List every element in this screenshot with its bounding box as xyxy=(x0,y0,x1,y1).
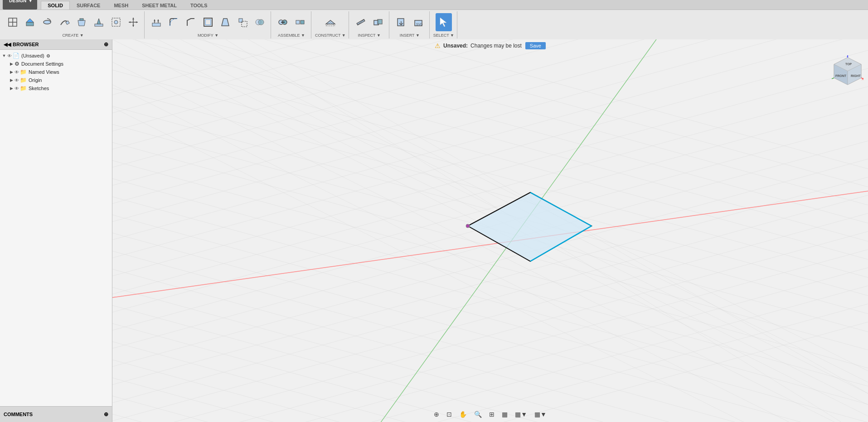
tree-arrow-sketches[interactable]: ▶ xyxy=(8,86,15,91)
view-cube[interactable]: TOP FRONT RIGHT Z X xyxy=(832,55,863,87)
tab-tools[interactable]: TOOLS xyxy=(184,1,214,10)
orbit-btn[interactable]: ⊕ xyxy=(432,410,441,419)
display-mode-btn[interactable]: ▦ xyxy=(500,410,509,419)
inspect-label[interactable]: INSPECT ▼ xyxy=(358,33,381,38)
tree-item-origin[interactable]: ▶ 👁 📁 Origin xyxy=(0,76,112,84)
assemble-label[interactable]: ASSEMBLE ▼ xyxy=(278,33,305,38)
insert-label[interactable]: INSERT ▼ xyxy=(400,33,420,38)
browser-tree: ▼ 👁 📄 (Unsaved) ⚙ ▶ ⚙ Document Settings … xyxy=(0,50,112,406)
rib-btn[interactable] xyxy=(91,13,107,31)
viewport[interactable]: ⚠ Unsaved: Changes may be lost Save xyxy=(112,39,868,422)
svg-line-98 xyxy=(112,293,868,422)
browser-collapse-icon[interactable]: ◀◀ xyxy=(4,42,11,48)
scale-btn[interactable] xyxy=(234,13,251,31)
zoom-btn[interactable]: 🔍 xyxy=(472,410,484,419)
revolve-btn[interactable] xyxy=(39,13,55,31)
insert-svg-btn[interactable]: SVG xyxy=(410,13,427,31)
svg-marker-15 xyxy=(129,21,131,23)
tab-mesh[interactable]: MESH xyxy=(107,1,135,10)
pan-btn[interactable]: ✋ xyxy=(457,410,469,419)
svg-line-55 xyxy=(112,76,868,325)
svg-line-35 xyxy=(357,19,364,25)
more-btn[interactable]: ▦▼ xyxy=(533,410,548,419)
browser-expand-icon[interactable]: ⊕ xyxy=(104,41,108,48)
svg-text:X: X xyxy=(862,77,863,81)
svg-text:TOP: TOP xyxy=(845,62,852,66)
combine-btn[interactable] xyxy=(252,13,268,31)
status-bar: ⚠ Unsaved: Changes may be lost Save xyxy=(112,39,868,52)
modify-label[interactable]: MODIFY ▼ xyxy=(198,33,218,38)
tree-arrow-named-views[interactable]: ▶ xyxy=(8,70,15,74)
extrude-btn[interactable] xyxy=(22,13,38,31)
tree-item-document-settings[interactable]: ▶ ⚙ Document Settings xyxy=(0,60,112,68)
grid-canvas[interactable] xyxy=(112,39,868,422)
tab-sheet-metal[interactable]: SHEET METAL xyxy=(135,1,184,10)
insert-derive-btn[interactable] xyxy=(393,13,409,31)
browser-panel: ◀◀ BROWSER ⊕ ▼ 👁 📄 (Unsaved) ⚙ ▶ ⚙ Docum… xyxy=(0,39,112,422)
tree-arrow-unsaved[interactable]: ▼ xyxy=(1,53,7,58)
new-component-btn[interactable] xyxy=(5,13,21,31)
create-label[interactable]: CREATE ▼ xyxy=(62,33,83,38)
press-pull-btn[interactable] xyxy=(148,13,165,31)
measure-btn[interactable] xyxy=(353,13,369,31)
fit-btn[interactable]: ⊡ xyxy=(445,410,454,419)
draft-btn[interactable] xyxy=(217,13,233,31)
document-icon-unsaved: 📄 xyxy=(13,53,19,59)
interference-btn[interactable] xyxy=(370,13,386,31)
tab-solid[interactable]: SOLID xyxy=(41,1,70,10)
unsaved-label: Unsaved: xyxy=(443,43,468,49)
tree-label-sketches: Sketches xyxy=(29,86,49,91)
svg-marker-41 xyxy=(440,18,446,27)
svg-line-110 xyxy=(832,78,834,79)
as-built-joint-btn[interactable] xyxy=(292,13,308,31)
eye-icon-unsaved[interactable]: 👁 xyxy=(7,53,12,58)
select-label[interactable]: SELECT ▼ xyxy=(433,33,454,38)
main-area: ◀◀ BROWSER ⊕ ▼ 👁 📄 (Unsaved) ⚙ ▶ ⚙ Docum… xyxy=(0,39,868,422)
settings-icon-unsaved[interactable]: ⚙ xyxy=(46,53,50,58)
eye-icon-origin[interactable]: 👁 xyxy=(15,78,19,83)
sweep-btn[interactable] xyxy=(56,13,73,31)
tree-item-sketches[interactable]: ▶ 👁 📁 Sketches xyxy=(0,84,112,92)
comments-expand-icon[interactable]: ⊕ xyxy=(104,411,108,417)
bottom-toolbar: ⊕ ⊡ ✋ 🔍 ⊞ ▦ ▦▼ ▦▼ xyxy=(112,406,868,422)
loft-btn[interactable] xyxy=(73,13,90,31)
eye-icon-named-views[interactable]: 👁 xyxy=(15,70,19,75)
warning-message: Changes may be lost xyxy=(470,43,522,49)
eye-icon-sketches[interactable]: 👁 xyxy=(15,86,19,91)
svg-text:FRONT: FRONT xyxy=(835,74,847,77)
select-btn[interactable] xyxy=(436,13,452,31)
svg-line-72 xyxy=(112,311,868,422)
inspect-group: INSPECT ▼ xyxy=(350,11,389,38)
svg-rect-21 xyxy=(205,19,211,25)
tree-item-named-views[interactable]: ▶ 👁 📁 Named Views xyxy=(0,68,112,76)
sketch-shape-group[interactable] xyxy=(466,192,592,261)
design-button[interactable]: DESIGN ▼ xyxy=(3,0,37,10)
joint-btn[interactable] xyxy=(275,13,291,31)
tab-surface[interactable]: SURFACE xyxy=(70,1,107,10)
svg-rect-8 xyxy=(80,19,83,20)
tree-arrow-document-settings[interactable]: ▶ xyxy=(8,62,15,66)
shell-btn[interactable] xyxy=(200,13,216,31)
construct-label[interactable]: CONSTRUCT ▼ xyxy=(315,33,346,38)
save-button[interactable]: Save xyxy=(525,42,546,49)
move-btn[interactable] xyxy=(125,13,141,31)
tree-label-named-views: Named Views xyxy=(29,69,59,75)
svg-line-56 xyxy=(112,58,868,307)
offset-plane-btn[interactable] xyxy=(322,13,339,31)
web-btn[interactable] xyxy=(108,13,124,31)
grid-settings-btn[interactable]: ▦▼ xyxy=(513,410,529,419)
sketch-polygon[interactable] xyxy=(468,192,592,261)
zoom-window-btn[interactable]: ⊞ xyxy=(487,410,496,419)
svg-line-85 xyxy=(112,58,868,307)
svg-text:Z: Z xyxy=(847,55,849,58)
svg-marker-19 xyxy=(157,19,159,21)
chamfer-btn[interactable] xyxy=(183,13,199,31)
tree-item-unsaved[interactable]: ▼ 👁 📄 (Unsaved) ⚙ xyxy=(0,52,112,60)
sketch-vertex-left[interactable] xyxy=(466,224,470,228)
svg-line-94 xyxy=(112,221,868,422)
tree-arrow-origin[interactable]: ▶ xyxy=(8,78,15,82)
svg-rect-37 xyxy=(378,19,382,24)
svg-line-86 xyxy=(112,76,868,325)
fillet-btn[interactable] xyxy=(165,13,182,31)
comments-header: COMMENTS ⊕ xyxy=(0,406,112,422)
